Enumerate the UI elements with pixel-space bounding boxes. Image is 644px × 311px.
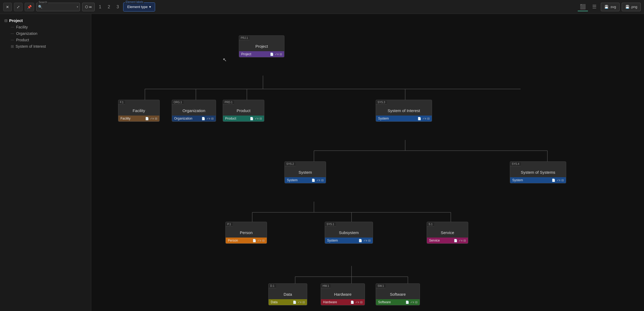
list-view-button[interactable]: ☰ xyxy=(590,3,599,11)
node-hardware-id: HW.1 xyxy=(321,284,331,288)
node-subsystem[interactable]: SYS.1 Subsystem System 📄 ✓≡ ⊟ xyxy=(325,222,373,244)
sidebar: ⊟ Project — Facility — Organization — Pr… xyxy=(0,14,91,311)
node-facility-title: Facility xyxy=(118,105,159,116)
node-product[interactable]: PRD.1 Product Product 📄 ✓≡ ⊟ xyxy=(223,100,264,122)
node-project-id: PRJ.1 xyxy=(239,36,250,40)
node-service[interactable]: S.1 Service Service 📄 ✓≡ ⊟ xyxy=(427,222,468,244)
node-software-title: Software xyxy=(376,288,420,299)
search-group: Search 🔍 ▾ xyxy=(36,3,80,11)
node-sos-id: SYS.4 xyxy=(510,162,521,166)
layers-label: ∞ xyxy=(89,5,92,9)
sidebar-item-system-of-interest[interactable]: ⊞ System of Interest xyxy=(0,43,91,50)
element-type-button[interactable]: Element type ▾ xyxy=(123,3,155,11)
node-person-icons: 📄 ✓≡ ⊟ xyxy=(253,239,265,242)
node-person-title: Person xyxy=(226,227,267,238)
node-project-title: Project xyxy=(239,40,284,51)
element-type-chevron: ▾ xyxy=(149,5,151,9)
node-software-footer: Software 📄 ✓≡ ⊟ xyxy=(376,299,420,305)
node-service-footer: Service 📄 ✓≡ ⊟ xyxy=(427,238,468,243)
toolbar: ✕ ⤢ 📌 Search 🔍 ▾ ⬡ ∞ 1 2 3 Element label… xyxy=(0,0,644,14)
sidebar-item-project[interactable]: ⊟ Project xyxy=(0,17,91,24)
node-facility-icons: 📄 ✓≡ ⊟ xyxy=(145,117,157,120)
node-sos-footer: System 📄 ✓≡ ⊟ xyxy=(510,177,566,183)
node-service-title: Service xyxy=(427,227,468,238)
close-button[interactable]: ✕ xyxy=(3,3,12,11)
node-project[interactable]: PRJ.1 Project Project 📄 ✓≡ ⊟ xyxy=(239,35,284,57)
sidebar-item-facility[interactable]: — Facility xyxy=(0,24,91,30)
sidebar-item-organization[interactable]: — Organization xyxy=(0,30,91,37)
node-system2-icons: 📄 ✓≡ ⊟ xyxy=(312,179,324,182)
node-sos[interactable]: SYS.4 System of Systems System 📄 ✓≡ ⊟ xyxy=(510,161,566,183)
node-system2-id: SYS.2 xyxy=(285,162,295,166)
svg-label: .svg xyxy=(610,5,616,9)
level1-button[interactable]: 1 xyxy=(97,3,104,11)
node-person-footer: Person 📄 ✓≡ ⊟ xyxy=(226,238,267,243)
expand-button[interactable]: ⤢ xyxy=(14,3,23,11)
node-hardware-icons: 📄 ✓≡ ⊟ xyxy=(350,301,363,304)
node-subsystem-title: Subsystem xyxy=(325,227,373,238)
floppy-png-icon: 💾 xyxy=(625,5,630,9)
node-product-id: PRD.1 xyxy=(223,100,234,105)
node-system2-title: System xyxy=(285,166,326,177)
search-input[interactable] xyxy=(43,5,76,9)
layers-icon: ⬡ xyxy=(85,5,88,9)
node-project-footer: Project 📄 ✓≡ ⊟ xyxy=(239,51,284,57)
tree-view-button[interactable]: ⬛ xyxy=(578,3,588,11)
node-organization[interactable]: ORG.1 Organization Organization 📄 ✓≡ ⊟ xyxy=(172,100,216,122)
tree-icon: ⬛ xyxy=(580,4,586,9)
node-software[interactable]: SW.1 Software Software 📄 ✓≡ ⊟ xyxy=(376,283,420,305)
node-data-icons: 📄 ✓≡ ⊟ xyxy=(293,301,305,304)
node-hardware[interactable]: HW.1 Hardware Hardware 📄 ✓≡ ⊟ xyxy=(321,283,365,305)
node-service-icons: 📄 ✓≡ ⊟ xyxy=(454,239,466,242)
element-type-label: Element type xyxy=(127,5,148,9)
node-hardware-footer: Hardware 📄 ✓≡ ⊟ xyxy=(321,299,365,305)
sidebar-facility-label: Facility xyxy=(16,25,28,29)
element-labels-group: Element labels Element type ▾ xyxy=(123,2,155,12)
layers-button[interactable]: ⬡ ∞ xyxy=(82,3,95,11)
node-subsystem-id: SYS.1 xyxy=(325,222,336,227)
node-soi[interactable]: SYS.3 System of Interest System 📄 ✓≡ ⊟ xyxy=(376,100,432,122)
export-png-button[interactable]: 💾 .png xyxy=(622,3,641,11)
node-system2[interactable]: SYS.2 System System 📄 ✓≡ ⊟ xyxy=(284,161,326,183)
search-label: Search xyxy=(38,1,48,4)
node-soi-footer: System 📄 ✓≡ ⊟ xyxy=(376,116,432,121)
node-product-icons: 📄 ✓≡ ⊟ xyxy=(250,117,262,120)
node-org-title: Organization xyxy=(172,105,216,116)
node-soi-id: SYS.3 xyxy=(376,100,387,105)
chevron-down-icon: ▾ xyxy=(77,5,78,8)
node-org-id: ORG.1 xyxy=(172,100,184,105)
node-org-icons: 📄 ✓≡ ⊟ xyxy=(202,117,214,120)
export-svg-button[interactable]: 💾 .svg xyxy=(601,3,620,11)
node-project-icons: 📄 ✓≡ ⊟ xyxy=(270,53,282,56)
diagram-canvas[interactable]: ↖ PRJ.1 Project Project 📄 ✓≡ ⊟ F.1 Facil… xyxy=(91,14,644,311)
node-facility[interactable]: F.1 Facility Facility 📄 ✓≡ ⊟ xyxy=(118,100,160,122)
node-data-title: Data xyxy=(269,288,307,299)
node-soi-title: System of Interest xyxy=(376,105,432,116)
node-sos-title: System of Systems xyxy=(510,166,566,177)
node-person[interactable]: P.1 Person Person 📄 ✓≡ ⊟ xyxy=(225,222,267,244)
node-software-id: SW.1 xyxy=(376,284,386,288)
sidebar-soi-label: System of Interest xyxy=(16,44,46,49)
node-product-footer: Product 📄 ✓≡ ⊟ xyxy=(223,116,264,121)
node-facility-id: F.1 xyxy=(118,100,125,105)
node-service-id: S.1 xyxy=(427,222,434,227)
node-sos-icons: 📄 ✓≡ ⊟ xyxy=(552,179,564,182)
level2-button[interactable]: 2 xyxy=(105,3,112,11)
cursor: ↖ xyxy=(223,57,226,61)
collapse-icon: ⊟ xyxy=(4,18,8,23)
node-hardware-title: Hardware xyxy=(321,288,365,299)
level3-button[interactable]: 3 xyxy=(114,3,121,11)
element-labels-label: Element labels xyxy=(125,1,144,3)
sidebar-item-product[interactable]: — Product xyxy=(0,37,91,43)
dash-icon: — xyxy=(11,32,14,35)
pin-button[interactable]: 📌 xyxy=(25,3,34,11)
sidebar-organization-label: Organization xyxy=(16,31,37,36)
node-product-title: Product xyxy=(223,105,264,116)
dash-icon: — xyxy=(11,38,14,42)
floppy-svg-icon: 💾 xyxy=(604,5,609,9)
sidebar-product-label: Product xyxy=(16,38,29,42)
node-subsystem-footer: System 📄 ✓≡ ⊟ xyxy=(325,238,373,243)
expand-icon: ⊞ xyxy=(11,44,14,49)
node-data[interactable]: D.1 Data Data 📄 ✓≡ ⊟ xyxy=(268,283,307,305)
node-data-footer: Data 📄 ✓≡ ⊟ xyxy=(269,299,307,305)
